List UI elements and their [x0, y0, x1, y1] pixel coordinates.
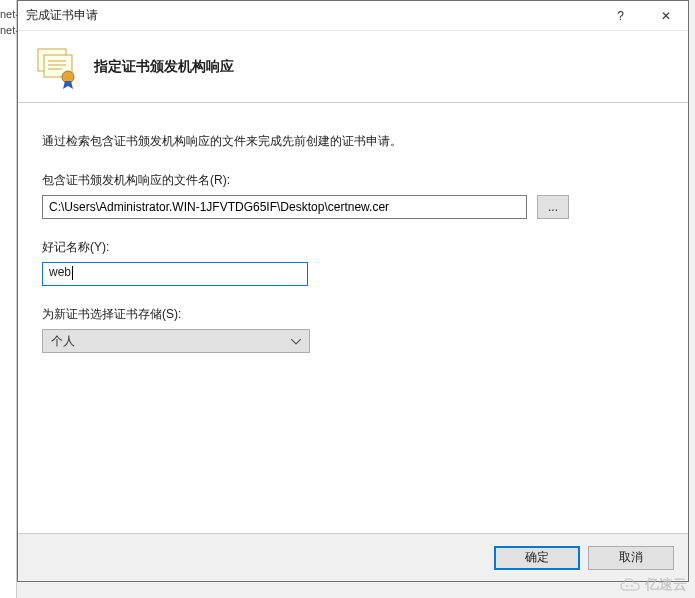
ok-button[interactable]: 确定	[494, 546, 580, 570]
dialog-footer: 确定 取消	[18, 533, 688, 581]
help-button[interactable]: ?	[598, 1, 643, 30]
browse-button[interactable]: ...	[537, 195, 569, 219]
ellipsis-icon: ...	[548, 200, 558, 214]
close-icon: ✕	[661, 9, 671, 23]
header-band: 指定证书颁发机构响应	[18, 31, 688, 103]
window-title: 完成证书申请	[26, 7, 98, 24]
svg-point-7	[631, 585, 633, 587]
file-path-input[interactable]	[42, 195, 527, 219]
friendly-name-label: 好记名称(Y):	[42, 239, 664, 256]
header-title: 指定证书颁发机构响应	[94, 58, 234, 76]
background-tree-fragment: net- net-	[0, 0, 17, 598]
text-cursor	[72, 266, 73, 280]
chevron-down-icon	[291, 334, 301, 348]
certificate-icon	[32, 43, 80, 91]
cert-store-value: 个人	[51, 333, 75, 350]
friendly-name-input[interactable]: web	[42, 262, 308, 286]
description-text: 通过检索包含证书颁发机构响应的文件来完成先前创建的证书申请。	[42, 133, 664, 150]
titlebar: 完成证书申请 ? ✕	[18, 1, 688, 31]
close-button[interactable]: ✕	[643, 1, 688, 30]
cloud-icon	[619, 577, 641, 593]
cert-store-label: 为新证书选择证书存储(S):	[42, 306, 664, 323]
svg-point-6	[626, 585, 628, 587]
cancel-button[interactable]: 取消	[588, 546, 674, 570]
watermark: 亿速云	[619, 576, 687, 594]
dialog-body: 通过检索包含证书颁发机构响应的文件来完成先前创建的证书申请。 包含证书颁发机构响…	[18, 103, 688, 533]
help-icon: ?	[617, 9, 624, 23]
complete-cert-request-dialog: 完成证书申请 ? ✕ 指定证书颁发机构响应 通过检索包含证书颁发机构响应的文件来…	[17, 0, 689, 582]
cert-store-select[interactable]: 个人	[42, 329, 310, 353]
file-label: 包含证书颁发机构响应的文件名(R):	[42, 172, 664, 189]
